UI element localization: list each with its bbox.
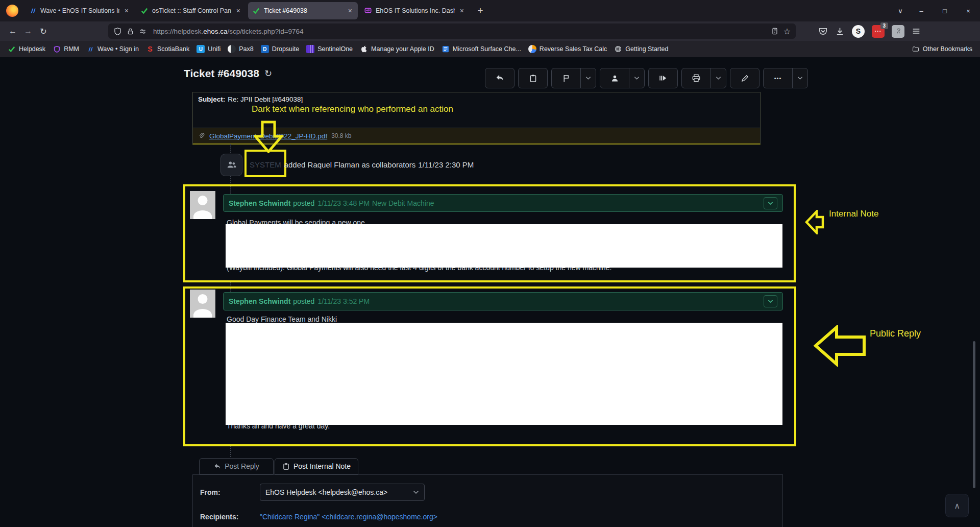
flag-caret-button[interactable] bbox=[580, 68, 596, 88]
back-button[interactable]: ← bbox=[5, 23, 20, 39]
group-icon bbox=[226, 159, 237, 171]
redaction-box bbox=[226, 224, 782, 268]
scotiabank-icon: S bbox=[146, 45, 154, 53]
annotation-dark-text-note: Dark text when referencing who performed… bbox=[252, 104, 453, 114]
bookmark-scotiabank[interactable]: SScotiaBank bbox=[142, 43, 193, 55]
other-bookmarks[interactable]: Other Bookmarks bbox=[908, 43, 976, 55]
annotation-label-public-reply: Public Reply bbox=[870, 328, 921, 339]
annotation-arrow-public-reply bbox=[814, 325, 867, 367]
bookmark-unifi[interactable]: UUnifi bbox=[193, 43, 224, 55]
browser-tab-bar: Wave • EhOS IT Solutions Inc. × osTicket… bbox=[0, 0, 980, 21]
close-icon[interactable]: × bbox=[347, 7, 353, 15]
bookmark-pax8[interactable]: Pax8 bbox=[224, 43, 257, 55]
tab-wave[interactable]: Wave • EhOS IT Solutions Inc. × bbox=[24, 2, 134, 19]
bookmark-helpdesk[interactable]: Helpdesk bbox=[4, 43, 49, 55]
password-manager-extension-icon[interactable]: ···3 bbox=[872, 25, 885, 38]
more-button[interactable]: ••• bbox=[764, 68, 792, 88]
url-bar[interactable]: https://helpdesk.ehos.ca/scp/tickets.php… bbox=[108, 23, 796, 39]
page-title: Ticket #649038 ↻ bbox=[184, 67, 272, 80]
bookmark-star-icon[interactable]: ☆ bbox=[783, 27, 791, 36]
extension-s-icon[interactable]: S bbox=[852, 25, 865, 38]
document-icon bbox=[442, 45, 450, 53]
flag-button[interactable] bbox=[552, 68, 580, 88]
globe-icon bbox=[614, 45, 622, 53]
pocket-icon[interactable] bbox=[818, 27, 828, 36]
from-select[interactable]: EhOS Helpdesk <helpdesk@ehos.ca> bbox=[260, 484, 425, 501]
window-close-button[interactable]: × bbox=[957, 0, 980, 21]
lock-icon[interactable] bbox=[127, 28, 134, 35]
new-tab-button[interactable]: + bbox=[473, 3, 488, 18]
firefox-logo[interactable] bbox=[6, 5, 18, 17]
extension-icon[interactable] bbox=[892, 25, 904, 38]
from-label: From: bbox=[200, 488, 220, 496]
message-action: posted bbox=[293, 297, 314, 305]
scrollbar[interactable] bbox=[973, 341, 975, 488]
tab-title: EhOS IT Solutions Inc. Dashboa bbox=[376, 7, 455, 14]
list-all-tabs-button[interactable]: ∨ bbox=[891, 0, 910, 21]
menu-hamburger-icon[interactable] bbox=[912, 27, 921, 36]
wave-icon bbox=[86, 45, 94, 53]
message-author: Stephen Schwindt bbox=[229, 199, 290, 207]
tab-ticket-649038[interactable]: Ticket #649038 × bbox=[248, 2, 358, 19]
tracking-shield-icon[interactable] bbox=[113, 27, 122, 36]
bookmark-apple-id[interactable]: Manage your Apple ID bbox=[356, 43, 438, 55]
note-button[interactable] bbox=[518, 68, 548, 88]
tab-post-reply[interactable]: Post Reply bbox=[199, 458, 274, 474]
refresh-icon[interactable]: ↻ bbox=[264, 68, 272, 79]
tab-label: Post Reply bbox=[225, 462, 259, 470]
bookmark-wave-sign-in[interactable]: Wave • Sign in bbox=[83, 43, 142, 55]
unifi-icon: U bbox=[197, 45, 205, 53]
minimize-button[interactable]: – bbox=[910, 0, 933, 21]
edit-button[interactable] bbox=[730, 68, 760, 88]
reply-form: From: EhOS Helpdesk <helpdesk@ehos.ca> R… bbox=[192, 474, 783, 527]
shield-icon bbox=[53, 45, 61, 53]
tab-staff-control-panel[interactable]: osTicket :: Staff Control Panel × bbox=[136, 2, 246, 19]
system-event-text: added Raquel Flaman as collaborators bbox=[284, 160, 416, 169]
check-icon bbox=[253, 7, 260, 14]
bookmark-sentinelone[interactable]: SentinelOne bbox=[303, 43, 356, 55]
dashboard-icon bbox=[364, 7, 372, 14]
apple-icon bbox=[360, 45, 368, 53]
transfer-button[interactable] bbox=[648, 68, 678, 88]
extension-badge: 3 bbox=[880, 22, 888, 29]
bookmark-reverse-sales-tax[interactable]: Reverse Sales Tax Calc bbox=[525, 43, 610, 55]
close-icon[interactable]: × bbox=[235, 7, 241, 15]
annotation-arrow-internal-note bbox=[805, 210, 824, 234]
bookmark-rmm[interactable]: RMM bbox=[49, 43, 83, 55]
print-caret-button[interactable] bbox=[710, 68, 726, 88]
tab-ehos-dashboard[interactable]: EhOS IT Solutions Inc. Dashboa × bbox=[360, 2, 470, 19]
system-event-actor: SYSTEM bbox=[250, 160, 281, 169]
close-icon[interactable]: × bbox=[124, 7, 130, 15]
close-icon[interactable]: × bbox=[459, 7, 465, 15]
ticket-toolbar: ••• bbox=[485, 68, 808, 88]
recipients-value[interactable]: "Childcare Regina" <childcare.regina@hop… bbox=[260, 513, 437, 521]
message-header: Stephen Schwindt posted 1/11/23 3:52 PM bbox=[223, 292, 783, 310]
permissions-icon[interactable] bbox=[139, 28, 146, 35]
assign-caret-button[interactable] bbox=[629, 68, 644, 88]
reader-mode-icon[interactable] bbox=[771, 27, 779, 35]
reload-button[interactable]: ↻ bbox=[36, 23, 51, 39]
url-text[interactable]: https://helpdesk.ehos.ca/scp/tickets.php… bbox=[153, 28, 304, 35]
scroll-to-top-button[interactable]: ∧ bbox=[945, 494, 969, 517]
flag-button-group bbox=[551, 68, 596, 88]
dropsuite-icon: D bbox=[261, 45, 269, 53]
message-header: Stephen Schwindt posted 1/11/23 3:48 PM … bbox=[223, 194, 783, 212]
bookmark-getting-started[interactable]: Getting Started bbox=[610, 43, 672, 55]
downloads-icon[interactable] bbox=[835, 27, 845, 36]
subject-label: Subject: bbox=[198, 95, 225, 103]
print-button[interactable] bbox=[682, 68, 710, 88]
message-options-button[interactable] bbox=[764, 197, 777, 209]
tab-post-internal-note[interactable]: Post Internal Note bbox=[275, 458, 358, 474]
bookmark-dropsuite[interactable]: DDropsuite bbox=[257, 43, 303, 55]
pax8-icon bbox=[228, 45, 236, 53]
message-subject: New Debit Machine bbox=[372, 199, 434, 207]
bookmark-microsoft-surface[interactable]: Microsoft Surface Che... bbox=[438, 43, 525, 55]
extension-dots: ··· bbox=[875, 28, 882, 34]
maximize-button[interactable]: □ bbox=[933, 0, 957, 21]
forward-button[interactable]: → bbox=[20, 23, 36, 39]
more-caret-button[interactable] bbox=[792, 68, 807, 88]
message-options-button[interactable] bbox=[764, 295, 777, 307]
tab-title: Ticket #649038 bbox=[264, 7, 343, 14]
assign-button[interactable] bbox=[600, 68, 629, 88]
reply-button[interactable] bbox=[485, 68, 514, 88]
